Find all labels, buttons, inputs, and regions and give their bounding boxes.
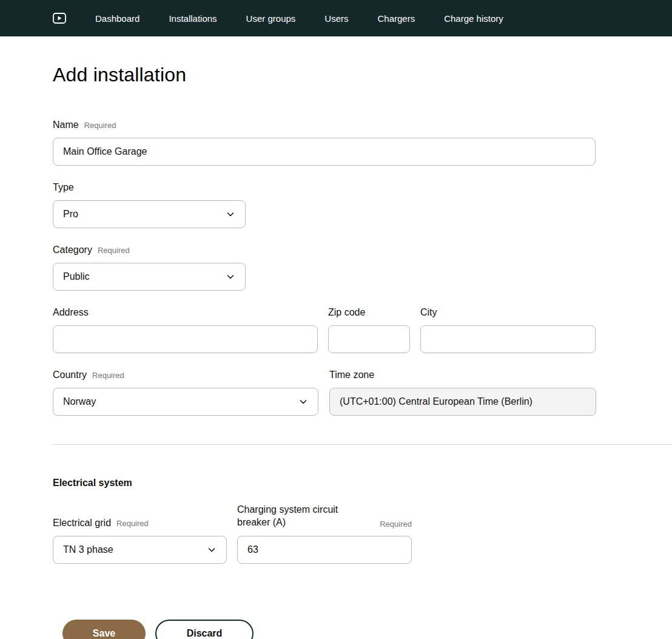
electrical-system-heading: Electrical system xyxy=(53,478,672,489)
address-label: Address xyxy=(53,307,89,318)
electrical-grid-required-badge: Required xyxy=(116,519,149,528)
grid-field-group: Electrical grid Required TN 3 phase xyxy=(53,518,227,564)
timezone-label: Time zone xyxy=(329,370,374,380)
electrical-grid-label: Electrical grid xyxy=(53,518,111,529)
breaker-field-group: Charging system circuit breaker (A) Requ… xyxy=(237,503,412,564)
timezone-value: (UTC+01:00) Central European Time (Berli… xyxy=(340,396,533,407)
country-required-badge: Required xyxy=(92,371,124,380)
country-field-group: Country Required Norway xyxy=(53,370,318,416)
chevron-down-icon xyxy=(298,397,308,407)
timezone-field: (UTC+01:00) Central European Time (Berli… xyxy=(329,388,596,416)
category-required-badge: Required xyxy=(98,246,130,255)
breaker-input[interactable] xyxy=(237,536,412,564)
nav-item-users[interactable]: Users xyxy=(324,13,348,24)
zip-label: Zip code xyxy=(328,307,365,318)
type-select-value: Pro xyxy=(63,209,78,220)
chevron-down-icon xyxy=(207,545,217,555)
country-row: Country Required Norway Time zone (UTC+0… xyxy=(53,370,672,416)
nav-item-dashboard[interactable]: Dashboard xyxy=(95,13,139,24)
address-field-group: Address xyxy=(53,307,318,353)
name-required-badge: Required xyxy=(84,121,116,130)
city-input[interactable] xyxy=(420,325,596,353)
country-select[interactable]: Norway xyxy=(53,388,318,416)
nav-item-installations[interactable]: Installations xyxy=(169,13,217,24)
category-select[interactable]: Public xyxy=(53,263,246,291)
city-field-group: City xyxy=(420,307,596,353)
electrical-grid-select[interactable]: TN 3 phase xyxy=(53,536,227,564)
page-title: Add installation xyxy=(53,64,672,86)
save-button[interactable]: Save xyxy=(62,620,146,639)
nav-item-user-groups[interactable]: User groups xyxy=(246,13,296,24)
type-field-group: Type Pro xyxy=(53,182,672,228)
type-select[interactable]: Pro xyxy=(53,200,246,228)
country-label: Country xyxy=(53,370,87,380)
chevron-down-icon xyxy=(226,209,235,219)
chevron-down-icon xyxy=(226,272,235,282)
address-input[interactable] xyxy=(53,325,318,353)
category-select-value: Public xyxy=(63,271,90,282)
form-actions: Save Discard xyxy=(62,620,672,639)
name-field-group: Name Required xyxy=(53,120,672,166)
address-row: Address Zip code City xyxy=(53,307,672,353)
section-divider xyxy=(53,444,672,445)
zip-field-group: Zip code xyxy=(328,307,410,353)
timezone-field-group: Time zone (UTC+01:00) Central European T… xyxy=(329,370,596,416)
category-label: Category xyxy=(53,245,92,255)
electrical-grid-select-value: TN 3 phase xyxy=(63,544,113,555)
country-select-value: Norway xyxy=(63,396,96,407)
app-logo-play-icon[interactable] xyxy=(53,12,66,24)
city-label: City xyxy=(420,307,437,318)
electrical-row: Electrical grid Required TN 3 phase Char… xyxy=(53,503,672,564)
top-nav: Dashboard Installations User groups User… xyxy=(0,0,672,36)
zip-input[interactable] xyxy=(328,325,410,353)
type-label: Type xyxy=(53,182,74,193)
category-field-group: Category Required Public xyxy=(53,245,672,291)
nav-item-chargers[interactable]: Chargers xyxy=(377,13,415,24)
breaker-required-badge: Required xyxy=(380,519,412,529)
main-content: Add installation Name Required Type Pro … xyxy=(0,64,672,639)
breaker-label: Charging system circuit breaker (A) xyxy=(237,503,358,529)
nav-item-charge-history[interactable]: Charge history xyxy=(444,13,503,24)
discard-button[interactable]: Discard xyxy=(155,620,254,639)
name-label: Name xyxy=(53,120,79,130)
name-input[interactable] xyxy=(53,138,596,166)
